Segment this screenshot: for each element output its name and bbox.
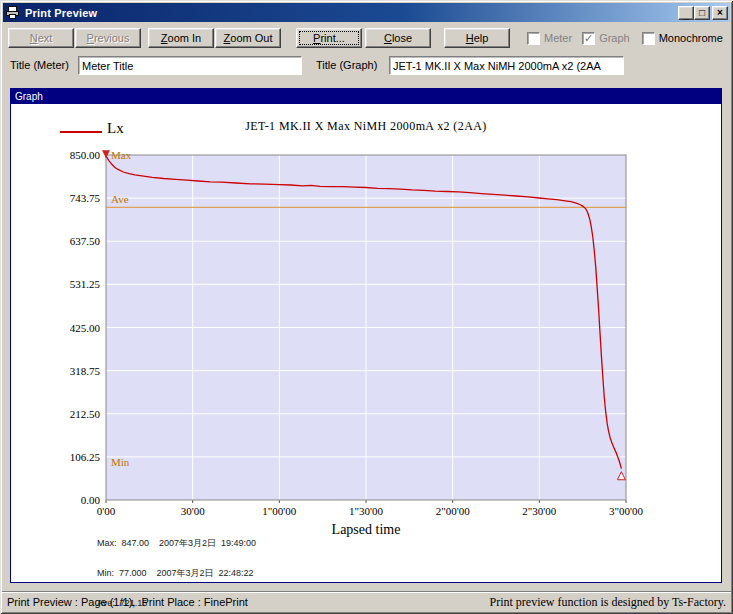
close-button[interactable]: × — [712, 6, 728, 20]
svg-text:850.00: 850.00 — [70, 149, 101, 161]
graph-title-input[interactable] — [389, 56, 624, 75]
toolbar: Next Previous Zoom In Zoom Out Print... … — [0, 26, 733, 50]
svg-text:106.25: 106.25 — [70, 451, 101, 463]
caption-buttons: _ □ × — [678, 6, 728, 20]
svg-text:318.75: 318.75 — [70, 365, 101, 377]
svg-text:Max: Max — [111, 149, 132, 161]
svg-text:30'00: 30'00 — [181, 505, 205, 517]
chart-title: JET-1 MK.II X Max NiMH 2000mA x2 (2AA) — [106, 119, 626, 134]
check-icon: ✓ — [584, 33, 593, 44]
svg-text:Ave: Ave — [111, 193, 129, 205]
zoom-out-button[interactable]: Zoom Out — [215, 28, 281, 48]
meter-title-input[interactable] — [78, 56, 302, 75]
svg-text:1"30'00: 1"30'00 — [349, 505, 383, 517]
titlebar: Print Preview _ □ × — [3, 3, 730, 22]
status-credit: Print preview function is designed by Ts… — [490, 595, 726, 610]
minimize-icon: _ — [683, 10, 689, 19]
meter-checkbox[interactable] — [527, 32, 540, 45]
close-icon: × — [717, 8, 723, 17]
graph-title-label: Title (Graph) — [316, 59, 377, 71]
x-axis-title: Lapsed time — [266, 522, 466, 538]
svg-text:425.00: 425.00 — [70, 322, 101, 334]
minimize-button[interactable]: _ — [678, 6, 694, 20]
maximize-icon: □ — [699, 8, 705, 17]
monochrome-checkbox-group: Monochrome — [642, 32, 723, 45]
monochrome-checkbox-label: Monochrome — [659, 32, 723, 44]
printer-icon — [5, 5, 21, 20]
print-preview-window: Print Preview _ □ × Next Previous Zoom I… — [0, 0, 733, 614]
legend-swatch — [60, 131, 102, 133]
graph-checkbox[interactable]: ✓ — [582, 32, 595, 45]
graph-panel-header: Graph — [11, 89, 721, 104]
next-button[interactable]: Next — [8, 28, 74, 48]
svg-text:0'00: 0'00 — [97, 505, 116, 517]
statusbar: Print Preview : Page (1/1), Print Place … — [2, 591, 731, 611]
meter-checkbox-group: Meter — [527, 32, 572, 45]
print-button[interactable]: Print... — [296, 28, 362, 48]
svg-text:637.50: 637.50 — [70, 235, 101, 247]
previous-button[interactable]: Previous — [75, 28, 141, 48]
preview-panel: Graph 850.00743.75637.50531.25425.00318.… — [10, 88, 722, 583]
svg-text:743.75: 743.75 — [70, 192, 101, 204]
stat-max: Max: 847.00 2007年3月2日 19:49:00 — [97, 538, 256, 548]
monochrome-checkbox[interactable] — [642, 32, 655, 45]
svg-text:3"00'00: 3"00'00 — [609, 505, 643, 517]
meter-title-label: Title (Meter) — [10, 59, 69, 71]
svg-text:2"30'00: 2"30'00 — [522, 505, 556, 517]
meter-checkbox-label: Meter — [544, 32, 572, 44]
maximize-button[interactable]: □ — [694, 6, 710, 20]
status-page-info: Print Preview : Page (1/1), Print Place … — [7, 596, 248, 608]
chart-area: 850.00743.75637.50531.25425.00318.75212.… — [11, 104, 721, 582]
stat-min: Min: 77.000 2007年3月2日 22:48:22 — [97, 568, 256, 578]
graph-checkbox-group: ✓ Graph — [582, 32, 630, 45]
close-preview-button[interactable]: Close — [365, 28, 431, 48]
help-button[interactable]: Help — [444, 28, 510, 48]
svg-text:1"00'00: 1"00'00 — [262, 505, 296, 517]
chart-svg: 850.00743.75637.50531.25425.00318.75212.… — [11, 104, 721, 582]
svg-text:531.25: 531.25 — [70, 278, 101, 290]
zoom-in-button[interactable]: Zoom In — [148, 28, 214, 48]
svg-text:2"00'00: 2"00'00 — [436, 505, 470, 517]
svg-text:212.50: 212.50 — [70, 408, 101, 420]
svg-text:Min: Min — [111, 456, 130, 468]
title-fields-row: Title (Meter) Title (Graph) — [0, 53, 733, 79]
window-title: Print Preview — [25, 7, 674, 19]
graph-checkbox-label: Graph — [599, 32, 630, 44]
